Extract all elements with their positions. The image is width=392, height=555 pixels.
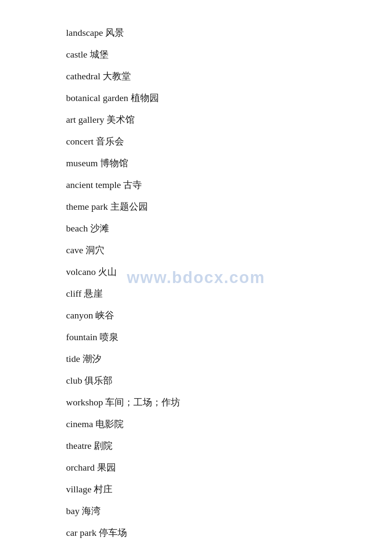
english-word: car park [66,527,99,538]
list-item: beach 沙滩 [66,221,358,235]
chinese-translation: 古寺 [123,179,142,190]
chinese-translation: 洞穴 [86,245,104,255]
english-word: landscape [66,27,105,38]
list-item: concert 音乐会 [66,134,358,148]
list-item: botanical garden 植物园 [66,91,358,105]
chinese-translation: 城堡 [90,49,109,60]
english-word: beach [66,223,90,234]
vocabulary-list: landscape 风景castle 城堡cathedral 大教堂botani… [66,26,358,540]
chinese-translation: 俱乐部 [84,375,112,386]
list-item: landscape 风景 [66,26,358,40]
list-item: theatre 剧院 [66,439,358,453]
list-item: bay 海湾 [66,504,358,518]
list-item: orchard 果园 [66,460,358,474]
chinese-translation: 风景 [105,27,124,38]
chinese-translation: 峡谷 [95,310,114,321]
chinese-translation: 海湾 [82,506,101,516]
english-word: theme park [66,201,110,212]
english-word: club [66,375,84,386]
list-item: canyon 峡谷 [66,308,358,322]
list-item: club 俱乐部 [66,373,358,387]
list-item: cathedral 大教堂 [66,69,358,83]
english-word: orchard [66,462,97,473]
english-word: tide [66,353,83,364]
list-item: cliff 悬崖 [66,286,358,301]
chinese-translation: 停车场 [99,527,127,538]
english-word: volcano [66,266,98,277]
list-item: cinema 电影院 [66,417,358,431]
english-word: village [66,484,94,494]
list-item: ancient temple 古寺 [66,178,358,192]
chinese-translation: 音乐会 [96,136,124,147]
chinese-translation: 潮汐 [83,353,101,364]
english-word: canyon [66,310,95,321]
list-item: car park 停车场 [66,526,358,540]
english-word: cliff [66,288,84,299]
english-word: workshop [66,397,105,408]
list-item: castle 城堡 [66,47,358,61]
list-item: tide 潮汐 [66,352,358,366]
list-item: volcano 火山 [66,265,358,279]
chinese-translation: 主题公园 [110,201,148,212]
chinese-translation: 车间；工场；作坊 [105,397,180,408]
list-item: art gallery 美术馆 [66,113,358,127]
english-word: cathedral [66,71,103,81]
chinese-translation: 剧院 [94,440,112,451]
english-word: fountain [66,332,100,342]
english-word: botanical garden [66,92,131,103]
english-word: cinema [66,419,95,429]
chinese-translation: 悬崖 [84,288,103,299]
list-item: cave 洞穴 [66,243,358,257]
chinese-translation: 村庄 [94,484,112,494]
list-item: fountain 喷泉 [66,330,358,344]
english-word: bay [66,506,82,516]
list-item: theme park 主题公园 [66,199,358,214]
chinese-translation: 美术馆 [107,114,135,125]
english-word: cave [66,245,86,255]
chinese-translation: 火山 [98,266,117,277]
chinese-translation: 植物园 [131,92,159,103]
english-word: theatre [66,440,94,451]
english-word: art gallery [66,114,107,125]
english-word: ancient temple [66,179,123,190]
list-item: museum 博物馆 [66,156,358,170]
chinese-translation: 大教堂 [103,71,131,81]
english-word: museum [66,158,100,168]
chinese-translation: 博物馆 [100,158,128,168]
english-word: concert [66,136,96,147]
chinese-translation: 果园 [97,462,116,473]
chinese-translation: 电影院 [95,419,124,429]
chinese-translation: 喷泉 [100,332,118,342]
list-item: village 村庄 [66,482,358,496]
english-word: castle [66,49,90,60]
chinese-translation: 沙滩 [90,223,109,234]
list-item: workshop 车间；工场；作坊 [66,395,358,409]
